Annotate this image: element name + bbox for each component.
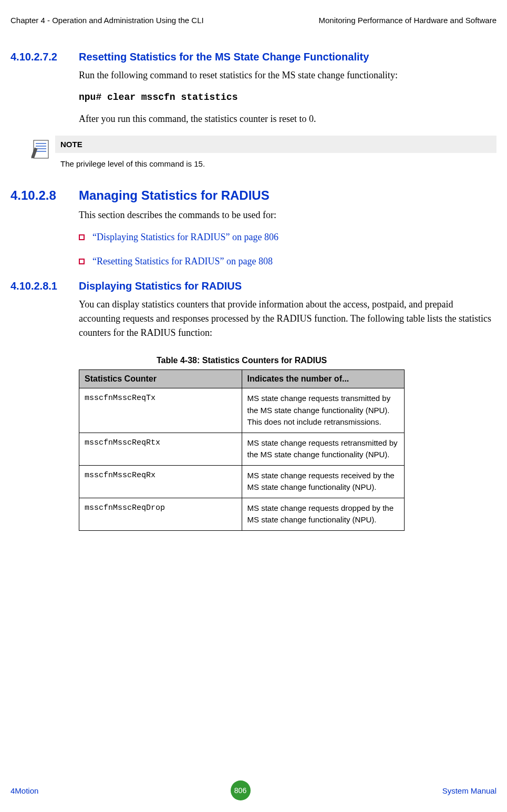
table-header-row: Statistics Counter Indicates the number … bbox=[79, 370, 405, 388]
table-cell: MS state change requests dropped by the … bbox=[242, 498, 405, 530]
section-heading-3: 4.10.2.8.1 Displaying Statistics for RAD… bbox=[11, 280, 496, 292]
table-header-cell: Statistics Counter bbox=[79, 370, 242, 388]
table-row: msscfnMsscReqTx MS state change requests… bbox=[79, 388, 405, 433]
header-right: Monitoring Performance of Hardware and S… bbox=[319, 16, 497, 25]
table-row: msscfnMsscReqRx MS state change requests… bbox=[79, 465, 405, 498]
section-heading-2: 4.10.2.8 Managing Statistics for RADIUS bbox=[11, 188, 496, 203]
footer-doc-title: System Manual bbox=[442, 786, 496, 795]
bullet-icon bbox=[79, 259, 85, 264]
section-heading-1: 4.10.2.7.2 Resetting Statistics for the … bbox=[11, 51, 496, 63]
page-number: 806 bbox=[231, 780, 251, 800]
body-paragraph: After you run this command, the statisti… bbox=[79, 112, 496, 126]
table-header-cell: Indicates the number of... bbox=[242, 370, 405, 388]
page-content: 4.10.2.7.2 Resetting Statistics for the … bbox=[11, 51, 496, 531]
table-cell: msscfnMsscReqTx bbox=[79, 388, 242, 433]
table-cell: msscfnMsscReqDrop bbox=[79, 498, 242, 530]
code-command: npu# clear msscfn statistics bbox=[79, 92, 496, 102]
link-text[interactable]: “Resetting Statistics for RADIUS” on pag… bbox=[92, 256, 273, 267]
note-box: NOTE The privilege level of this command… bbox=[26, 136, 496, 172]
body-paragraph: This section describes the commands to b… bbox=[79, 208, 496, 222]
table-cell: msscfnMsscReqRtx bbox=[79, 433, 242, 465]
note-icon bbox=[26, 136, 55, 172]
footer-product-name: 4Motion bbox=[11, 786, 38, 795]
section-number: 4.10.2.8 bbox=[11, 188, 79, 203]
note-text: The privilege level of this command is 1… bbox=[55, 153, 496, 172]
table-cell: MS state change requests retransmitted b… bbox=[242, 433, 405, 465]
page-header: Chapter 4 - Operation and Administration… bbox=[11, 16, 496, 25]
table-row: msscfnMsscReqRtx MS state change request… bbox=[79, 433, 405, 465]
note-header: NOTE bbox=[55, 136, 496, 153]
section-number: 4.10.2.7.2 bbox=[11, 51, 79, 63]
list-item: “Resetting Statistics for RADIUS” on pag… bbox=[79, 256, 496, 267]
page-footer: 4Motion 806 System Manual bbox=[11, 780, 496, 800]
list-item: “Displaying Statistics for RADIUS” on pa… bbox=[79, 232, 496, 243]
table-caption: Table 4-38: Statistics Counters for RADI… bbox=[79, 356, 405, 365]
section-title: Managing Statistics for RADIUS bbox=[79, 188, 270, 203]
section-title: Displaying Statistics for RADIUS bbox=[79, 280, 242, 292]
table-row: msscfnMsscReqDrop MS state change reques… bbox=[79, 498, 405, 530]
header-left: Chapter 4 - Operation and Administration… bbox=[11, 16, 204, 25]
table-cell: msscfnMsscReqRx bbox=[79, 465, 242, 498]
bullet-icon bbox=[79, 234, 85, 240]
statistics-table: Statistics Counter Indicates the number … bbox=[79, 369, 405, 531]
table-cell: MS state change requests received by the… bbox=[242, 465, 405, 498]
section-number: 4.10.2.8.1 bbox=[11, 280, 79, 292]
section-title: Resetting Statistics for the MS State Ch… bbox=[79, 51, 369, 63]
link-text[interactable]: “Displaying Statistics for RADIUS” on pa… bbox=[92, 232, 278, 243]
body-paragraph: You can display statistics counters that… bbox=[79, 297, 496, 340]
note-content: NOTE The privilege level of this command… bbox=[55, 136, 496, 172]
table-cell: MS state change requests transmitted by … bbox=[242, 388, 405, 433]
bullet-list: “Displaying Statistics for RADIUS” on pa… bbox=[79, 232, 496, 267]
body-paragraph: Run the following command to reset stati… bbox=[79, 68, 496, 83]
